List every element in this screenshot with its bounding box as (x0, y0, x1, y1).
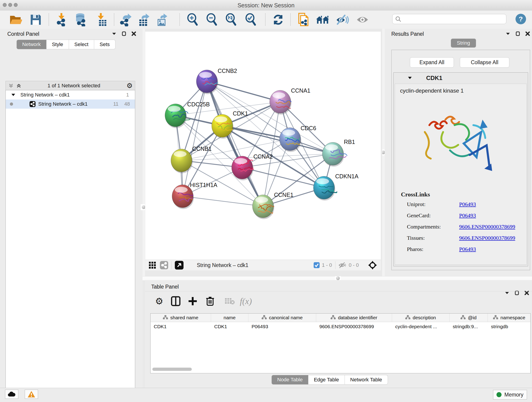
tab-sets[interactable]: Sets (94, 40, 115, 49)
network-node-CDC25B[interactable]: CDC25B (165, 101, 210, 128)
network-node-HIST1H1A[interactable]: HIST1H1A (172, 182, 217, 209)
import-network-from-file-icon[interactable] (55, 13, 69, 26)
crosslink-link[interactable]: P06493 (459, 201, 476, 207)
zoom-fit-icon[interactable] (225, 13, 238, 26)
delete-column-trash-icon[interactable] (204, 295, 216, 307)
vertical-splitter-left[interactable] (143, 29, 145, 276)
network-canvas[interactable]: CCNB2CCNA1CDC25BCDK1CDC6RB1CCNB1CCNA2CDK… (145, 32, 381, 260)
table-cell[interactable]: 9606.ENSP00000378699 (316, 324, 392, 329)
toolbar-divider (49, 13, 49, 26)
string-network-graph[interactable]: CCNB2CCNA1CDC25BCDK1CDC6RB1CCNB1CCNA2CDK… (145, 32, 381, 260)
collapse-collection-icon[interactable] (11, 93, 15, 96)
network-node-CCNE1[interactable]: CCNE1 (253, 191, 293, 219)
network-node-CDKN1A[interactable]: CDKN1A (313, 173, 359, 201)
network-node-CCNA1[interactable]: CCNA1 (270, 87, 310, 115)
column-header-shared-name[interactable]: shared name (151, 313, 211, 322)
help-icon[interactable]: ? (515, 14, 526, 24)
tab-node-table[interactable]: Node Table (272, 375, 308, 385)
create-column-plus-icon[interactable] (187, 295, 199, 307)
tab-style[interactable]: Style (46, 40, 69, 49)
hide-selected-icon[interactable] (336, 13, 349, 26)
network-row[interactable]: String Network – cdk1 11 48 (6, 99, 135, 109)
table-cell[interactable]: stringdb (488, 324, 531, 329)
tab-edge-table[interactable]: Edge Table (308, 375, 345, 385)
birds-eye-view-icon[interactable] (175, 261, 184, 269)
refresh-icon[interactable] (271, 13, 285, 26)
zoom-selected-icon[interactable] (244, 13, 258, 26)
column-header--id[interactable]: @id (450, 313, 488, 322)
table-cell[interactable]: cyclin-dependent ... (392, 324, 450, 329)
network-edge[interactable] (183, 196, 263, 206)
zoom-out-icon[interactable] (205, 13, 219, 26)
crosslink-link[interactable]: P06493 (459, 246, 476, 252)
show-columns-icon[interactable] (170, 295, 182, 307)
table-settings-gear-icon[interactable]: ⚙ (153, 295, 165, 307)
horizontal-splitter[interactable] (143, 276, 532, 280)
import-network-from-database-icon[interactable] (74, 13, 88, 26)
float-panel-icon[interactable] (516, 32, 520, 36)
close-panel-icon[interactable] (132, 32, 136, 36)
toolbar-divider (265, 13, 266, 26)
table-row[interactable]: CDK1CDK1P064939606.ENSP00000378699cyclin… (151, 322, 530, 331)
network-edge[interactable] (183, 81, 207, 196)
column-header-database-identifier[interactable]: database identifier (316, 313, 392, 322)
crosslink-link[interactable]: 9606.ENSP00000378699 (459, 224, 515, 230)
grid-view-icon[interactable] (148, 261, 156, 269)
column-header-name[interactable]: name (211, 313, 248, 322)
export-network-icon[interactable] (119, 13, 133, 26)
show-all-icon[interactable] (355, 13, 369, 26)
copy-network-icon[interactable] (297, 13, 310, 26)
tab-network[interactable]: Network (17, 40, 46, 49)
panel-menu-icon[interactable] (506, 32, 510, 35)
export-image-icon[interactable] (155, 13, 169, 26)
table-cell[interactable]: P06493 (248, 324, 316, 329)
expand-all-icon[interactable] (16, 83, 21, 88)
close-panel-icon[interactable] (525, 32, 530, 36)
network-edge[interactable] (222, 126, 333, 154)
toolbar-divider (179, 13, 180, 26)
network-node-RB1[interactable]: RB1 (322, 139, 355, 167)
crosslink-link[interactable]: P06493 (459, 212, 476, 219)
tab-select[interactable]: Select (69, 40, 94, 49)
network-list-header: 1 of 1 Network selected ⚙ (6, 81, 135, 90)
tab-string[interactable]: String (451, 38, 476, 48)
network-share-icon (30, 101, 36, 107)
zoom-in-icon[interactable] (186, 13, 200, 26)
collapse-all-button[interactable]: Collapse All (460, 57, 509, 68)
network-collection-row[interactable]: String Network – cdk1 1 (6, 90, 135, 99)
tab-network-table[interactable]: Network Table (345, 375, 388, 385)
open-session-icon[interactable] (9, 13, 22, 26)
table-cell[interactable]: stringdb:9... (450, 324, 488, 329)
horizontal-scrollbar-thumb[interactable] (152, 368, 192, 371)
memory-button[interactable]: Memory (493, 390, 527, 400)
search-input[interactable] (401, 16, 500, 22)
gear-icon[interactable]: ⚙ (127, 82, 133, 89)
vertical-splitter-right[interactable] (382, 29, 385, 276)
column-header-canonical-name[interactable]: canonical name (248, 313, 316, 322)
selected-checkbox-icon[interactable] (314, 262, 320, 268)
column-header-description[interactable]: description (392, 313, 450, 322)
import-table-from-file-icon[interactable] (95, 13, 109, 26)
delete-table-icon[interactable] (224, 295, 236, 307)
float-panel-icon[interactable] (122, 32, 126, 36)
table-cell[interactable]: CDK1 (151, 324, 211, 329)
collapse-all-icon[interactable] (8, 83, 13, 88)
export-table-icon[interactable] (137, 13, 151, 26)
function-builder-icon[interactable]: f(x) (240, 295, 252, 307)
float-panel-icon[interactable] (515, 291, 519, 295)
cloud-icon[interactable] (5, 390, 18, 399)
node-label-RB1: RB1 (344, 139, 355, 145)
expand-all-button[interactable]: Expand All (410, 57, 454, 68)
table-cell[interactable]: CDK1 (211, 324, 248, 329)
first-neighbors-icon[interactable] (316, 13, 329, 26)
panel-menu-icon[interactable] (112, 32, 116, 35)
save-session-icon[interactable] (29, 13, 43, 26)
panel-menu-icon[interactable] (505, 291, 509, 294)
collapse-card-icon[interactable] (408, 76, 412, 80)
warning-icon[interactable] (25, 390, 38, 399)
crosslink-link[interactable]: 9606.ENSP00000378699 (459, 235, 515, 241)
close-panel-icon[interactable] (525, 291, 529, 295)
network-view-icon[interactable] (160, 261, 168, 269)
fit-selected-crosshair-icon[interactable] (368, 261, 377, 270)
column-header-namespace[interactable]: namespace (488, 313, 531, 322)
